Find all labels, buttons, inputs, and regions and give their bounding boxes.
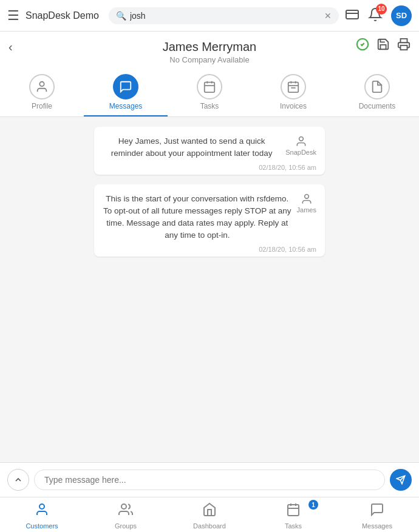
bell-wrapper[interactable]: 10 — [368, 7, 383, 24]
tab-tasks[interactable]: Tasks — [168, 69, 251, 116]
app-title: SnapDesk Demo — [26, 10, 99, 21]
message-input[interactable] — [34, 470, 385, 490]
invoices-tab-label: Invoices — [280, 102, 307, 110]
bottom-nav-customers[interactable]: Customers — [0, 502, 84, 530]
svg-point-15 — [304, 194, 308, 198]
dashboard-icon — [202, 502, 217, 520]
sender-avatar-icon-1 — [295, 135, 307, 147]
svg-point-18 — [39, 504, 44, 509]
bubble-inner-1: Hey James, Just wanted to send a quick r… — [103, 135, 316, 160]
svg-rect-5 — [205, 82, 215, 93]
messages-bottom-icon — [370, 502, 384, 520]
print-icon[interactable] — [397, 38, 410, 53]
bottom-nav-messages[interactable]: Messages — [335, 502, 419, 530]
customers-label: Customers — [26, 522, 58, 530]
bottom-nav-groups[interactable]: Groups — [84, 502, 168, 530]
search-input[interactable] — [130, 11, 321, 21]
nav-icons: 10 SD — [345, 5, 412, 26]
profile-tab-label: Profile — [32, 102, 52, 110]
bubble-content-1: Hey James, Just wanted to send a quick r… — [103, 135, 281, 160]
tasks-tab-label: Tasks — [200, 102, 219, 110]
user-avatar[interactable]: SD — [391, 5, 412, 26]
svg-point-14 — [299, 137, 303, 141]
bubble-sender-col-1: SnapDesk — [285, 135, 316, 157]
svg-rect-3 — [401, 45, 407, 50]
bubble-text-2: This is the start of your conversation w… — [103, 193, 292, 242]
messages-area: Hey James, Just wanted to send a quick r… — [0, 117, 419, 462]
documents-tab-icon — [364, 74, 390, 99]
customer-name: James Merryman — [163, 40, 256, 54]
svg-rect-0 — [346, 10, 358, 19]
expand-button[interactable] — [7, 469, 29, 491]
card-icon[interactable] — [345, 7, 359, 24]
messages-tab-icon — [113, 74, 138, 99]
tab-messages[interactable]: Messages — [84, 69, 168, 116]
search-bar: 🔍 ✕ — [109, 7, 339, 24]
bottom-nav-tasks[interactable]: 1 Tasks — [251, 502, 335, 530]
tabs: Profile Messages Tasks — [0, 69, 419, 117]
send-button[interactable] — [390, 469, 412, 491]
svg-rect-20 — [288, 505, 299, 516]
documents-tab-label: Documents — [359, 102, 396, 110]
invoices-tab-icon — [281, 74, 306, 99]
svg-point-4 — [39, 82, 44, 86]
message-input-bar — [0, 462, 419, 497]
bubble-sender-col-2: James — [297, 193, 316, 215]
message-bubble-1: Hey James, Just wanted to send a quick r… — [94, 127, 325, 175]
bubble-text-1: Hey James, Just wanted to send a quick r… — [103, 135, 281, 160]
bubble-time-1: 02/18/20, 10:56 am — [103, 164, 316, 171]
profile-tab-icon — [29, 74, 55, 99]
tab-documents[interactable]: Documents — [335, 69, 419, 116]
top-nav: ☰ SnapDesk Demo 🔍 ✕ 10 SD — [0, 0, 419, 32]
bubble-inner-2: This is the start of your conversation w… — [103, 193, 316, 242]
tasks-tab-icon — [197, 74, 222, 99]
action-icons — [356, 38, 410, 53]
sender-avatar-icon-2 — [301, 193, 313, 205]
messages-bottom-label: Messages — [362, 522, 392, 530]
bottom-nav-dashboard[interactable]: Dashboard — [168, 502, 251, 530]
tab-invoices[interactable]: Invoices — [251, 69, 335, 116]
tasks-badge: 1 — [308, 500, 318, 510]
back-button[interactable]: ‹ — [9, 40, 13, 54]
clear-icon[interactable]: ✕ — [324, 11, 332, 21]
tasks-bottom-icon — [286, 502, 301, 520]
bell-icon — [368, 13, 383, 24]
groups-icon — [118, 502, 133, 520]
svg-point-19 — [121, 504, 126, 509]
checkmark-icon[interactable] — [356, 38, 369, 53]
bubble-content-2: This is the start of your conversation w… — [103, 193, 292, 242]
message-bubble-2: This is the start of your conversation w… — [94, 184, 325, 257]
profile-header: ‹ James Merryman No Company Available — [0, 32, 419, 69]
customer-company: No Company Available — [169, 55, 249, 64]
search-icon: 🔍 — [116, 11, 126, 21]
bottom-nav: Customers Groups Dashboard — [0, 497, 419, 532]
bubble-time-2: 02/18/20, 10:56 am — [103, 246, 316, 253]
bubble-sender-1: SnapDesk — [285, 149, 316, 156]
groups-label: Groups — [115, 522, 137, 530]
customers-icon — [35, 502, 49, 520]
tab-profile[interactable]: Profile — [0, 69, 84, 116]
bell-badge: 10 — [376, 4, 387, 15]
tasks-bottom-label: Tasks — [285, 522, 302, 530]
dashboard-label: Dashboard — [193, 522, 226, 530]
save-icon[interactable] — [376, 38, 390, 53]
bubble-sender-2: James — [297, 206, 316, 214]
hamburger-icon[interactable]: ☰ — [7, 8, 19, 24]
messages-tab-label: Messages — [109, 102, 143, 110]
